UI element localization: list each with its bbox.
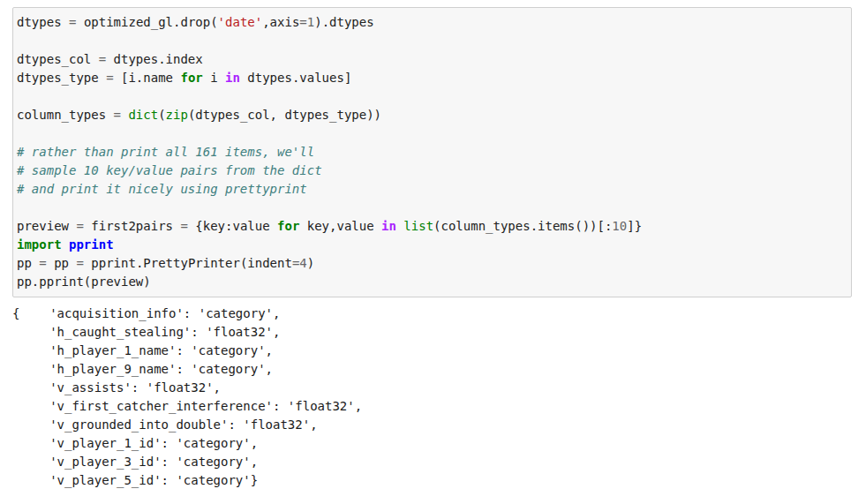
code-line: import pprint [17,236,844,254]
code-token: dtypes_type [17,71,106,85]
code-token: pprint.PrettyPrinter(indent [91,256,292,270]
code-token: (column_types.items())[: [433,219,612,233]
code-line: # rather than print all 161 items, we'll [17,143,844,162]
code-token: = [299,15,306,29]
code-token: = [69,15,84,29]
code-line: pp.pprint(preview) [17,273,844,291]
output-line: 'v_player_3_id': 'category', [12,453,852,471]
code-token: 4 [299,256,306,270]
code-token: optimized_gl.drop( [84,15,218,29]
code-token: key,value [299,219,381,233]
code-token: = [106,71,121,85]
code-token: 1 [307,15,314,29]
code-token: pp [17,256,39,270]
code-token: = [180,219,195,233]
code-token: pp.pprint(preview) [17,275,151,289]
notebook-page: { "colors": { "page_bg": "#ffffff", "cel… [0,0,866,504]
code-token: ) [307,256,314,270]
code-token: column_types [17,108,114,122]
output-line: 'v_assists': 'float32', [12,379,852,397]
code-token: # and print it nicely using prettyprint [17,182,307,196]
code-token: dtypes [17,15,69,29]
code-line: dtypes = optimized_gl.drop('date',axis=1… [17,13,844,32]
output-line: 'h_player_1_name': 'category', [12,342,852,360]
code-token: dtypes.index [114,52,203,66]
code-token: = [76,256,91,270]
code-line: column_types = dict(zip(dtypes_col, dtyp… [17,106,844,124]
code-token: # sample 10 key/value pairs from the dic… [17,163,322,177]
code-token: zip [166,108,188,122]
code-token: [i.name [121,71,180,85]
code-line: # and print it nicely using prettyprint [17,180,844,199]
output-area: { 'acquisition_info': 'category', 'h_cau… [12,305,852,490]
code-token: for [277,219,299,233]
notebook-container: dtypes = optimized_gl.drop('date',axis=1… [12,7,852,490]
code-token: (dtypes_col, dtypes_type)) [188,108,381,122]
output-line: 'v_first_catcher_interference': 'float32… [12,397,852,416]
code-token: 'date' [218,15,263,29]
output-line: 'h_player_9_name': 'category', [12,360,852,379]
code-token: ( [158,108,165,122]
code-line: dtypes_col = dtypes.index [17,50,844,69]
code-token: ).dtypes [314,15,373,29]
code-line: # sample 10 key/value pairs from the dic… [17,162,844,180]
code-token: ]} [627,219,642,233]
code-token: import [17,237,62,252]
code-line: dtypes_type = [i.name for i in dtypes.va… [17,69,844,87]
code-token: pp [54,256,76,270]
code-token: # rather than print all 161 items, we'll [17,145,314,159]
code-line: pp = pp = pprint.PrettyPrinter(indent=4) [17,254,844,273]
output-line: 'v_player_5_id': 'category'} [12,471,852,490]
code-token: {key:value [195,219,277,233]
code-token: = [76,219,91,233]
code-token: in [381,219,396,233]
code-token: first2pairs [91,219,180,233]
output-line: 'v_grounded_into_double': 'float32', [12,416,852,434]
code-token: list [403,219,433,233]
code-line [17,32,844,50]
code-token: pprint [69,237,114,252]
code-token: dtypes_col [17,52,99,66]
output-line: 'h_caught_stealing': 'float32', [12,323,852,342]
code-line: preview = first2pairs = {key:value for k… [17,217,844,236]
code-line [17,199,844,217]
code-token: for [180,71,202,85]
code-token: i [203,71,225,85]
code-token [62,237,69,252]
code-token: = [114,108,129,122]
code-token: in [225,71,240,85]
code-cell-input[interactable]: dtypes = optimized_gl.drop('date',axis=1… [12,7,852,297]
code-token: ,axis [262,15,299,29]
output-line: 'v_player_1_id': 'category', [12,434,852,453]
code-token: = [39,256,54,270]
output-line: { 'acquisition_info': 'category', [12,305,852,323]
code-token: preview [17,219,76,233]
code-token: 10 [612,219,627,233]
code-line [17,87,844,106]
code-token: = [99,52,114,66]
code-token: dict [128,108,158,122]
code-token: dtypes.values] [240,71,351,85]
code-line [17,124,844,143]
